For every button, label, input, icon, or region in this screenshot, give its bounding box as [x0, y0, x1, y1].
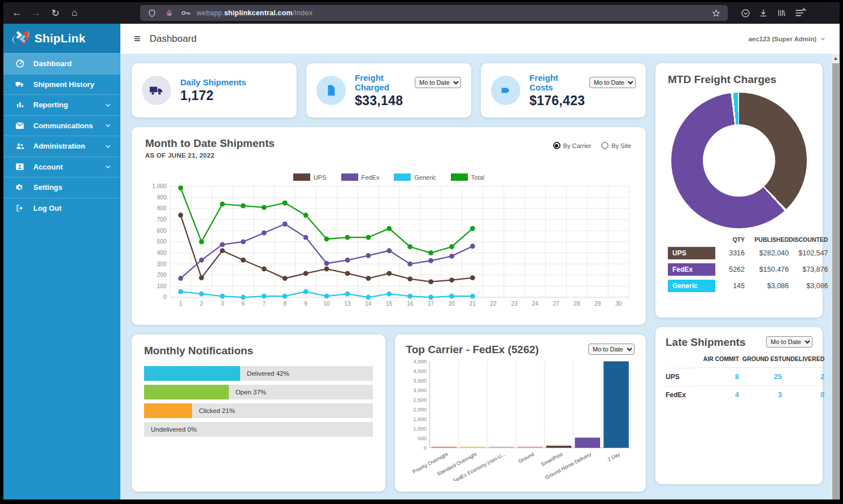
scrollbar-thumb[interactable]	[832, 63, 839, 499]
pocket-icon[interactable]	[739, 7, 751, 19]
sidebar-item-label: Dashboard	[33, 59, 111, 68]
svg-text:FedEx Economy (non-U...: FedEx Economy (non-U...	[452, 451, 506, 481]
freight-charged-filter-select[interactable]: Mo to Date	[415, 77, 461, 88]
discounted-value: $73,876	[789, 266, 828, 273]
late-count-link[interactable]: 8	[695, 367, 739, 385]
sidebar-item-dashboard[interactable]: Dashboard	[3, 53, 120, 74]
svg-text:2 Day: 2 Day	[606, 451, 621, 462]
late-count-link[interactable]: 3	[739, 385, 782, 403]
column-header: AIR COMMIT	[695, 355, 739, 367]
svg-text:14: 14	[365, 301, 372, 307]
chevron-down-icon	[105, 163, 111, 170]
brand: ShipLink	[3, 24, 120, 53]
truck-icon	[15, 79, 25, 89]
sidebar-item-settings[interactable]: Settings	[3, 177, 120, 198]
carrier-label: FedEx	[666, 386, 695, 403]
month-to-date-shipments-card: Month to Date Shipments AS OF JUNE 21, 2…	[132, 127, 646, 325]
late-count-link[interactable]: 2	[782, 367, 824, 385]
back-icon[interactable]: ←	[9, 5, 25, 21]
radio-label: By Site	[611, 142, 631, 149]
sidebar-item-log-out[interactable]: Log Out	[3, 198, 120, 219]
svg-text:21: 21	[470, 301, 476, 307]
gear-icon	[15, 183, 25, 193]
svg-text:10: 10	[323, 301, 330, 307]
hamburger-icon[interactable]: ≡	[134, 32, 141, 45]
monthly-notifications-card: Monthly Notifications Delivered 42%Open …	[132, 334, 385, 492]
svg-text:7: 7	[263, 301, 266, 307]
radio-by-carrier[interactable]: By Carrier	[553, 142, 592, 149]
sidebar-item-communications[interactable]: Communications	[3, 115, 120, 136]
sidebar-item-label: Account	[33, 163, 96, 171]
freight-costs-filter-select[interactable]: Mo to Date	[589, 77, 636, 88]
svg-text:27: 27	[553, 301, 559, 307]
sidebar-item-label: Shipment History	[33, 80, 111, 89]
sidebar-item-label: Communications	[33, 121, 96, 130]
chart-legend: UPSFedExGenericTotal	[145, 173, 632, 181]
user-menu[interactable]: aec123 (Super Admin)	[749, 36, 826, 42]
late-count-link[interactable]: 25	[739, 367, 782, 385]
key-icon[interactable]	[180, 7, 192, 19]
url-bar[interactable]: webapp.shiplinkcentral.com/Index	[140, 5, 728, 21]
top-carrier-bar-chart: 05001,0001,5002,0002,5003,0003,5004,0004…	[406, 356, 635, 483]
radio-by-site[interactable]: By Site	[601, 142, 631, 149]
svg-text:700: 700	[157, 216, 167, 223]
discounted-value: $102,547	[789, 249, 828, 257]
svg-text:800: 800	[157, 205, 167, 211]
sidebar-item-shipment-history[interactable]: Shipment History	[3, 74, 120, 95]
sidebar-item-reporting[interactable]: Reporting	[3, 94, 120, 115]
truck-icon	[142, 76, 171, 105]
late-shipments-card: Late Shipments Mo to Date AIR COMMITGROU…	[655, 327, 823, 484]
svg-text:15: 15	[386, 301, 393, 307]
late-count-link[interactable]: 4	[695, 385, 739, 403]
forward-icon[interactable]: →	[28, 5, 44, 21]
notifications-title: Monthly Notifications	[144, 345, 373, 357]
late-count-link[interactable]: 0	[782, 385, 824, 403]
mtd-freight-table: QTYPUBLISHEDDISCOUNTEDUPS3316$282,040$10…	[668, 236, 810, 292]
browser-window: ← → ↻ ⌂ webapp.shiplinkcentral.com/Index	[3, 2, 840, 499]
legend-swatch	[293, 173, 310, 181]
late-shipments-filter-select[interactable]: Mo to Date	[766, 336, 812, 347]
lock-disabled-icon[interactable]	[163, 7, 175, 19]
users-icon	[15, 141, 25, 151]
menu-icon[interactable]	[793, 7, 806, 19]
legend-label: UPS	[314, 174, 327, 181]
legend-swatch	[394, 173, 411, 181]
bookmark-star-icon[interactable]	[710, 7, 722, 19]
library-icon[interactable]	[775, 7, 788, 19]
qty-value: 3316	[715, 249, 745, 257]
svg-text:20: 20	[449, 301, 455, 307]
legend-item-ups: UPS	[293, 173, 327, 181]
notification-bar-open: Open 37%	[144, 385, 373, 399]
published-value: $3,086	[745, 282, 789, 290]
chevron-down-icon	[105, 102, 111, 108]
legend-label: Total	[471, 174, 484, 181]
discounted-value: $3,086	[789, 282, 828, 290]
scroll-up-icon[interactable]: ▲	[832, 54, 840, 63]
svg-text:24: 24	[532, 301, 539, 307]
reload-icon[interactable]: ↻	[47, 5, 63, 21]
bar-fill	[144, 403, 192, 418]
sidebar-item-label: Settings	[33, 183, 111, 192]
chevron-down-icon	[105, 143, 111, 150]
qty-value: 145	[715, 282, 745, 290]
svg-text:900: 900	[157, 194, 167, 201]
shield-icon[interactable]	[146, 7, 158, 19]
mtd-title: MTD Freight Charges	[668, 73, 810, 86]
bar-label: Undelivered 0%	[151, 426, 197, 433]
top-carrier-filter-select[interactable]: Mo to Date	[588, 344, 635, 355]
download-icon[interactable]	[757, 7, 770, 19]
stat-title: Freight Costs	[529, 73, 584, 92]
carrier-chip: UPS	[668, 247, 715, 259]
bar-label: Open 37%	[236, 389, 266, 396]
radio-button-icon[interactable]	[601, 142, 609, 149]
radio-button-icon[interactable]	[553, 142, 560, 149]
home-icon[interactable]: ⌂	[67, 5, 82, 21]
column-header: DISCOUNTED	[789, 236, 828, 243]
sidebar-item-account[interactable]: Account	[3, 157, 120, 177]
bar-label: Clicked 21%	[199, 407, 235, 414]
vertical-scrollbar[interactable]: ▲	[832, 54, 840, 499]
sidebar-item-administration[interactable]: Administration	[3, 136, 120, 157]
top-header: ≡ Dashboard aec123 (Super Admin)	[120, 24, 840, 54]
legend-swatch	[341, 173, 358, 181]
svg-text:9: 9	[304, 301, 307, 307]
